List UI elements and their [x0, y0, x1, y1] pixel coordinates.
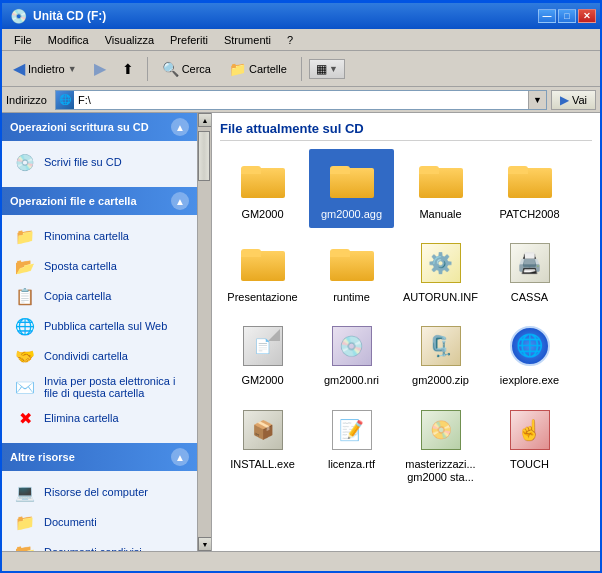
file-item-Manuale[interactable]: Manuale: [398, 149, 483, 228]
scrollbar-thumb[interactable]: [198, 131, 210, 181]
Manuale-label: Manuale: [419, 208, 461, 221]
panel-item-scrivi[interactable]: 💿 Scrivi file su CD: [6, 147, 193, 177]
file-item-PATCH2008[interactable]: PATCH2008: [487, 149, 572, 228]
section-risorse-header[interactable]: Altre risorse ▲: [2, 443, 197, 471]
title-bar: 💿 Unità CD (F:) — □ ✕: [2, 3, 600, 29]
forward-button[interactable]: ▶: [88, 57, 112, 81]
copia-icon: 📋: [14, 285, 36, 307]
section-scrittura-title: Operazioni scrittura su CD: [10, 121, 149, 133]
menu-strumenti[interactable]: Strumenti: [216, 32, 279, 48]
panel-item-pubblica[interactable]: 🌐 Pubblica cartella sul Web: [6, 311, 193, 341]
CASSA-icon: 🖨️: [506, 239, 554, 287]
file-item-runtime[interactable]: runtime: [309, 232, 394, 311]
folders-button[interactable]: 📁 Cartelle: [222, 57, 294, 81]
file-item-gm2000-zip[interactable]: 🗜️ gm2000.zip: [398, 315, 483, 394]
panel-item-copia[interactable]: 📋 Copia cartella: [6, 281, 193, 311]
Presentazione-icon: [239, 239, 287, 287]
file-item-masterizzazi[interactable]: 📀 masterizzazi... gm2000 sta...: [398, 399, 483, 491]
section-file-content: 📁 Rinomina cartella 📂 Sposta cartella 📋 …: [2, 215, 197, 439]
elimina-label: Elimina cartella: [44, 412, 119, 424]
back-button[interactable]: ◀ Indietro ▼: [6, 55, 84, 82]
file-item-GM2000-file[interactable]: 📄 GM2000: [220, 315, 305, 394]
panel-item-documenti-condivisi[interactable]: 📂 Documenti condivisi: [6, 537, 193, 551]
TOUCH-label: TOUCH: [510, 458, 549, 471]
documenti-condivisi-icon: 📂: [14, 541, 36, 551]
scrollbar-up-button[interactable]: ▲: [198, 113, 212, 127]
documenti-label: Documenti: [44, 516, 97, 528]
file-grid: GM2000 gm2000.agg Manuale: [220, 149, 592, 491]
left-panel-scrollbar: ▲ ▼: [197, 113, 211, 551]
section-scrittura-collapse-icon[interactable]: ▲: [171, 118, 189, 136]
view-button[interactable]: ▦ ▼: [309, 59, 345, 79]
GM2000-folder-icon: [239, 156, 287, 204]
INSTALL-label: INSTALL.exe: [230, 458, 295, 471]
panel-item-sposta[interactable]: 📂 Sposta cartella: [6, 251, 193, 281]
panel-item-rinomina[interactable]: 📁 Rinomina cartella: [6, 221, 193, 251]
iexplore-label: iexplore.exe: [500, 374, 559, 387]
address-dropdown-icon[interactable]: ▼: [528, 91, 546, 109]
risorse-computer-label: Risorse del computer: [44, 486, 148, 498]
up-button[interactable]: ⬆: [116, 57, 140, 81]
view-dropdown-icon[interactable]: ▼: [329, 64, 338, 74]
panel-item-condividi[interactable]: 🤝 Condividi cartella: [6, 341, 193, 371]
gm2000-agg-icon: [328, 156, 376, 204]
go-label: Vai: [572, 94, 587, 106]
file-item-TOUCH[interactable]: ☝️ TOUCH: [487, 399, 572, 491]
menu-file[interactable]: File: [6, 32, 40, 48]
section-risorse-title: Altre risorse: [10, 451, 75, 463]
GM2000-file-label: GM2000: [241, 374, 283, 387]
section-risorse-collapse-icon[interactable]: ▲: [171, 448, 189, 466]
search-button[interactable]: 🔍 Cerca: [155, 57, 218, 81]
file-item-CASSA[interactable]: 🖨️ CASSA: [487, 232, 572, 311]
content-area: Operazioni scrittura su CD ▲ 💿 Scrivi fi…: [2, 113, 600, 551]
scrivi-icon: 💿: [14, 151, 36, 173]
forward-icon: ▶: [94, 59, 106, 78]
maximize-button[interactable]: □: [558, 9, 576, 23]
Manuale-icon: [417, 156, 465, 204]
file-item-licenza[interactable]: 📝 licenza.rtf: [309, 399, 394, 491]
left-panel-wrap: Operazioni scrittura su CD ▲ 💿 Scrivi fi…: [2, 113, 212, 551]
address-globe-icon: 🌐: [56, 91, 74, 109]
file-item-AUTORUN-INF[interactable]: ⚙️ AUTORUN.INF: [398, 232, 483, 311]
condividi-icon: 🤝: [14, 345, 36, 367]
gm2000-zip-icon: 🗜️: [417, 322, 465, 370]
menu-help[interactable]: ?: [279, 32, 301, 48]
section-file-collapse-icon[interactable]: ▲: [171, 192, 189, 210]
folders-label: Cartelle: [249, 63, 287, 75]
address-input[interactable]: [74, 94, 528, 106]
panel-item-risorse-computer[interactable]: 💻 Risorse del computer: [6, 477, 193, 507]
go-button[interactable]: ▶ Vai: [551, 90, 596, 110]
file-item-GM2000-folder[interactable]: GM2000: [220, 149, 305, 228]
file-item-iexplore[interactable]: 🌐 iexplore.exe: [487, 315, 572, 394]
menu-bar: File Modifica Visualizza Preferiti Strum…: [2, 29, 600, 51]
AUTORUN-INF-icon: ⚙️: [417, 239, 465, 287]
menu-modifica[interactable]: Modifica: [40, 32, 97, 48]
section-file-header[interactable]: Operazioni file e cartella ▲: [2, 187, 197, 215]
section-scrittura-header[interactable]: Operazioni scrittura su CD ▲: [2, 113, 197, 141]
scrollbar-track: [198, 127, 211, 537]
sposta-icon: 📂: [14, 255, 36, 277]
scrollbar-down-button[interactable]: ▼: [198, 537, 212, 551]
back-icon: ◀: [13, 59, 25, 78]
panel-item-elimina[interactable]: ✖ Elimina cartella: [6, 403, 193, 433]
file-item-INSTALL[interactable]: 📦 INSTALL.exe: [220, 399, 305, 491]
file-item-Presentazione[interactable]: Presentazione: [220, 232, 305, 311]
address-input-wrap: 🌐 ▼: [55, 90, 547, 110]
minimize-button[interactable]: —: [538, 9, 556, 23]
panel-item-invia[interactable]: ✉️ Invia per posta elettronica i file di…: [6, 371, 193, 403]
pubblica-icon: 🌐: [14, 315, 36, 337]
panel-item-documenti[interactable]: 📁 Documenti: [6, 507, 193, 537]
status-bar: [2, 551, 600, 571]
go-arrow-icon: ▶: [560, 93, 569, 107]
file-item-gm2000-agg[interactable]: gm2000.agg: [309, 149, 394, 228]
menu-preferiti[interactable]: Preferiti: [162, 32, 216, 48]
invia-label: Invia per posta elettronica i file di qu…: [44, 375, 185, 399]
licenza-label: licenza.rtf: [328, 458, 375, 471]
close-button[interactable]: ✕: [578, 9, 596, 23]
back-dropdown-icon[interactable]: ▼: [68, 64, 77, 74]
rinomina-label: Rinomina cartella: [44, 230, 129, 242]
menu-visualizza[interactable]: Visualizza: [97, 32, 162, 48]
file-item-gm2000-nri[interactable]: 💿 gm2000.nri: [309, 315, 394, 394]
runtime-label: runtime: [333, 291, 370, 304]
Presentazione-label: Presentazione: [227, 291, 297, 304]
